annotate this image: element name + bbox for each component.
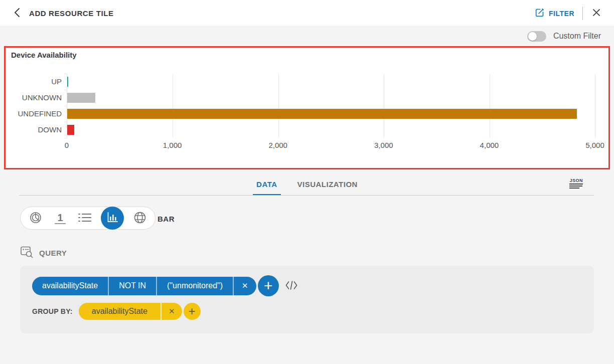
- plus-icon: +: [188, 304, 195, 318]
- group-by-chip: availabilityState✕: [79, 303, 182, 320]
- query-icon: [20, 245, 34, 261]
- toggle-knob: [528, 32, 537, 41]
- pie-chart-type-button[interactable]: [27, 210, 44, 227]
- query-section-label: QUERY: [39, 249, 67, 257]
- bar-unknown: [67, 93, 95, 103]
- axis-tick-stub: [64, 138, 67, 138]
- add-group-by-button[interactable]: +: [184, 303, 201, 320]
- custom-filter-toggle[interactable]: [527, 31, 546, 42]
- gridline: [278, 74, 279, 138]
- filter-button-label: FILTER: [549, 10, 574, 18]
- axis-tick-stub: [64, 74, 67, 74]
- gridline: [384, 74, 384, 138]
- selected-chart-type-label: BAR: [158, 215, 175, 223]
- pie-chart-icon: [29, 211, 42, 226]
- group-by-row: GROUP BY: availabilityState✕ +: [32, 302, 201, 320]
- edit-filter-icon: [535, 8, 545, 19]
- json-icon: JSON: [569, 178, 583, 185]
- list-chart-type-button[interactable]: [76, 210, 93, 227]
- tabs-divider: [19, 195, 594, 196]
- query-panel: availabilityStateNOT IN("unmonitored")✕ …: [20, 266, 594, 333]
- json-view-button[interactable]: JSON: [569, 178, 583, 189]
- chart-x-axis: 01,0002,0003,0004,0005,000: [67, 141, 595, 152]
- group-by-chip-label[interactable]: availabilityState: [79, 303, 161, 320]
- bar-undefined: [67, 109, 577, 119]
- filter-chip-segment[interactable]: ("unmonitored"): [156, 277, 233, 295]
- filter-chip: availabilityStateNOT IN("unmonitored")✕: [32, 277, 256, 295]
- close-icon: [592, 8, 601, 19]
- remove-filter-button[interactable]: ✕: [233, 277, 256, 295]
- tile-preview-panel: Device Availability UPUNKNOWNUNDEFINEDDO…: [4, 46, 610, 169]
- header-divider: [582, 7, 583, 20]
- x-tick-label: 4,000: [480, 141, 499, 149]
- axis-tick-stub: [64, 122, 67, 122]
- gridline: [490, 74, 490, 138]
- dialog-header: ADD RESOURCE TILE FILTER: [0, 0, 614, 27]
- tab-bar: DATA VISUALIZATION: [0, 178, 614, 195]
- filter-chip-segment[interactable]: availabilityState: [32, 277, 108, 295]
- code-view-button[interactable]: [285, 280, 298, 292]
- globe-chart-type-button[interactable]: [131, 210, 148, 227]
- x-tick-label: 2,000: [268, 141, 287, 149]
- bar-up: [67, 77, 68, 87]
- x-tick-label: 3,000: [374, 141, 393, 149]
- back-chevron-icon: [13, 8, 21, 19]
- bar-chart-type-button[interactable]: [101, 207, 124, 230]
- filter-chip-segment[interactable]: NOT IN: [108, 277, 156, 295]
- close-button[interactable]: [591, 7, 602, 20]
- gridline: [173, 74, 173, 138]
- group-by-chips: availabilityState✕: [79, 303, 182, 320]
- filter-button[interactable]: FILTER: [535, 8, 574, 19]
- chart-category-axis: UPUNKNOWNUNDEFINEDDOWN: [6, 74, 62, 138]
- x-tick-label: 5,000: [585, 141, 604, 149]
- json-icon-lines: [569, 185, 582, 189]
- query-section-header: QUERY: [20, 246, 67, 260]
- dialog-title: ADD RESOURCE TILE: [29, 9, 114, 18]
- category-label: UNDEFINED: [6, 106, 62, 122]
- axis-tick-stub: [64, 90, 67, 90]
- category-label: UNKNOWN: [6, 90, 62, 106]
- bar-down: [67, 125, 74, 135]
- plus-icon: +: [264, 277, 273, 294]
- custom-filter-row: Custom Filter: [527, 29, 601, 43]
- list-icon: [78, 212, 92, 225]
- tile-title: Device Availability: [11, 51, 77, 59]
- number-one-icon: 1: [55, 213, 65, 224]
- back-button[interactable]: [12, 7, 22, 20]
- filter-chip-row: availabilityStateNOT IN("unmonitored")✕ …: [32, 275, 298, 296]
- axis-tick-stub: [64, 106, 67, 106]
- globe-icon: [133, 211, 147, 226]
- category-label: UP: [6, 74, 62, 90]
- bar-chart-plot-area: [67, 74, 595, 138]
- gridline: [595, 74, 595, 138]
- bar-chart-icon: [106, 212, 118, 225]
- add-condition-button[interactable]: +: [258, 275, 279, 296]
- number-chart-type-button[interactable]: 1: [52, 210, 69, 227]
- code-icon: [285, 280, 298, 292]
- x-tick-label: 1,000: [163, 141, 182, 149]
- category-label: DOWN: [6, 122, 62, 138]
- chart-type-selector: 1: [20, 207, 156, 230]
- x-tick-label: 0: [65, 141, 69, 149]
- tab-data[interactable]: DATA: [256, 178, 277, 195]
- remove-group-by-button[interactable]: ✕: [161, 303, 182, 320]
- custom-filter-label: Custom Filter: [553, 32, 601, 41]
- tab-visualization[interactable]: VISUALIZATION: [297, 178, 358, 195]
- group-by-label: GROUP BY:: [32, 307, 73, 315]
